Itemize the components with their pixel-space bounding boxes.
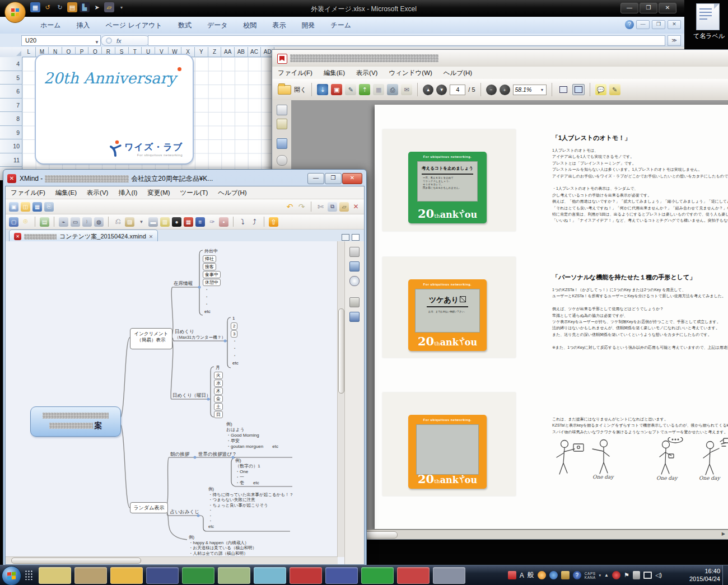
taskbar-button[interactable]: [182, 567, 214, 584]
presence-item[interactable]: 接客: [203, 263, 216, 270]
ime-tool-icon[interactable]: [538, 571, 546, 579]
select-all-corner[interactable]: [0, 47, 23, 58]
maximize-editor-icon[interactable]: [352, 234, 360, 241]
email-icon[interactable]: ✉: [401, 84, 412, 95]
daily-item[interactable]: 1: [231, 315, 236, 322]
document-edit-icon[interactable]: ▱: [104, 2, 114, 12]
insert-topic-icon[interactable]: ▤: [40, 217, 49, 227]
hyperlink-icon[interactable]: ✑: [207, 217, 217, 227]
utility-icon[interactable]: [561, 571, 570, 579]
ime-dropdown-icon[interactable]: ▾: [599, 573, 601, 578]
ribbon-tab[interactable]: 数式: [170, 17, 199, 34]
delete-icon[interactable]: ✕: [351, 202, 361, 212]
scrollbar-thumb[interactable]: [11, 558, 141, 564]
weekday-item[interactable]: 土: [214, 403, 223, 410]
sheet-icon[interactable]: ▢: [9, 217, 18, 227]
office-button[interactable]: [4, 2, 26, 23]
column-header[interactable]: AA: [221, 47, 235, 57]
task-icon[interactable]: ▪: [219, 217, 228, 227]
scrollbar-thumb[interactable]: [338, 308, 344, 394]
xmind-menu-item[interactable]: ヘルプ(H): [213, 189, 251, 197]
topic-fortune[interactable]: 占いおみくじ: [170, 509, 199, 516]
minimize-button[interactable]: —: [307, 173, 324, 184]
row-header[interactable]: 5: [0, 71, 22, 85]
weekday-item[interactable]: 月: [214, 364, 222, 371]
cloud-download-icon[interactable]: ⇣: [317, 84, 328, 95]
xmind-menu-item[interactable]: 変更(M): [142, 189, 175, 197]
workbook-minimize-button[interactable]: —: [636, 20, 650, 29]
column-header[interactable]: AC: [248, 47, 262, 57]
weekday-item[interactable]: 火: [214, 372, 223, 379]
image-dropdown-icon[interactable]: ▼: [137, 217, 146, 227]
undo-icon[interactable]: ↺: [43, 2, 53, 12]
taskbar-clock[interactable]: 16:40 2015/04/24: [689, 567, 720, 583]
copy-icon[interactable]: ⧉: [328, 202, 337, 212]
cut-icon[interactable]: ✄: [316, 202, 325, 212]
canvas-vertical-scrollbar[interactable]: [337, 241, 345, 557]
qat-more-button[interactable]: ▾: [116, 2, 127, 12]
daily-item[interactable]: etc: [231, 360, 240, 367]
ime-conversion-mode[interactable]: 般: [528, 570, 534, 580]
history-icon[interactable]: [277, 138, 287, 149]
save-all-icon[interactable]: ⎘: [44, 202, 54, 212]
column-header[interactable]: Z: [208, 47, 222, 57]
excel-title-bar[interactable]: ▦ ↺ ↻ ▤ ▙ ➤ ▱ ▾ 外装イメージ.xlsx - Microsoft …: [0, 0, 684, 17]
canvas-horizontal-scrollbar[interactable]: [6, 556, 338, 564]
zoom-level-select[interactable]: 58.1%▼: [513, 85, 547, 95]
column-header[interactable]: Y: [195, 47, 208, 57]
label-icon[interactable]: ▬: [148, 217, 158, 227]
save-icon[interactable]: ▦: [30, 2, 40, 12]
help-tray-icon[interactable]: ?: [573, 571, 581, 579]
drill-up-icon[interactable]: ⤴: [250, 217, 259, 227]
topic-greeting[interactable]: 朝の挨拶: [170, 451, 189, 458]
fit-width-button[interactable]: [557, 84, 570, 95]
row-header[interactable]: 6: [0, 85, 22, 99]
ribbon-tab[interactable]: ホーム: [32, 17, 69, 34]
ribbon-tab[interactable]: 挿入: [69, 17, 98, 34]
presence-item[interactable]: 休憩中: [203, 279, 221, 286]
column-header[interactable]: AB: [235, 47, 248, 57]
taskbar-button[interactable]: [254, 567, 286, 584]
device-icon[interactable]: [633, 571, 640, 579]
xmind-menu-item[interactable]: ファイル(F): [6, 189, 50, 197]
bookmarks-icon[interactable]: [277, 119, 287, 129]
taskbar-button[interactable]: [397, 567, 430, 584]
comment-icon[interactable]: 💬: [595, 84, 606, 95]
save-icon[interactable]: ▦: [32, 202, 42, 212]
show-desktop-button[interactable]: [722, 565, 728, 585]
weekday-item[interactable]: 日: [214, 411, 223, 418]
weekday-item[interactable]: 木: [214, 387, 223, 395]
action-center-flag-icon[interactable]: ⚑: [624, 572, 629, 579]
xmind-title-bar[interactable]: ✕ XMind - 会社設立20周年記念品¥K... — ❐ ✕: [5, 171, 365, 186]
xmind-menu-item[interactable]: 挿入(I): [113, 189, 142, 197]
formula-bar-expand-button[interactable]: ≫: [668, 35, 681, 46]
open-file-icon[interactable]: [278, 85, 291, 95]
new-workbook-icon[interactable]: ▣: [9, 202, 18, 212]
ribbon-tab[interactable]: 表示: [264, 17, 293, 34]
page-thumbnails-icon[interactable]: [277, 105, 287, 115]
relationship-icon[interactable]: ⌁: [59, 217, 68, 227]
show-hidden-icons[interactable]: ▲: [604, 573, 609, 578]
daily-item[interactable]: 2: [231, 322, 237, 330]
presence-item[interactable]: 外出中: [203, 248, 220, 255]
row-header[interactable]: 10: [0, 139, 22, 153]
ribbon-tab[interactable]: 校閲: [235, 17, 264, 34]
row-header[interactable]: 4: [0, 57, 22, 71]
row-header[interactable]: 8: [0, 112, 22, 126]
volume-icon[interactable]: ◁): [655, 572, 662, 579]
zoom-out-button[interactable]: −: [486, 85, 497, 95]
name-box[interactable]: U20▼: [21, 35, 101, 46]
legend-icon[interactable]: ≡: [195, 217, 205, 227]
maximize-button[interactable]: ❐: [325, 173, 342, 184]
start-button[interactable]: [2, 566, 21, 585]
presence-item[interactable]: ・: [203, 301, 211, 308]
callout-icon[interactable]: ◍: [94, 217, 104, 227]
summary-icon[interactable]: ﹜: [82, 217, 92, 227]
topic-greeting-world[interactable]: 世界の挨拶遊び？: [198, 451, 236, 458]
pdf-menu-item[interactable]: 編集(E): [318, 69, 351, 77]
xmind-menu-item[interactable]: ツール(T): [175, 189, 213, 197]
messenger-icon[interactable]: [549, 571, 558, 579]
sign-document-icon[interactable]: ✎: [345, 84, 356, 95]
xmind-menu-item[interactable]: 表示(V): [82, 189, 113, 197]
properties-icon[interactable]: [349, 247, 360, 257]
